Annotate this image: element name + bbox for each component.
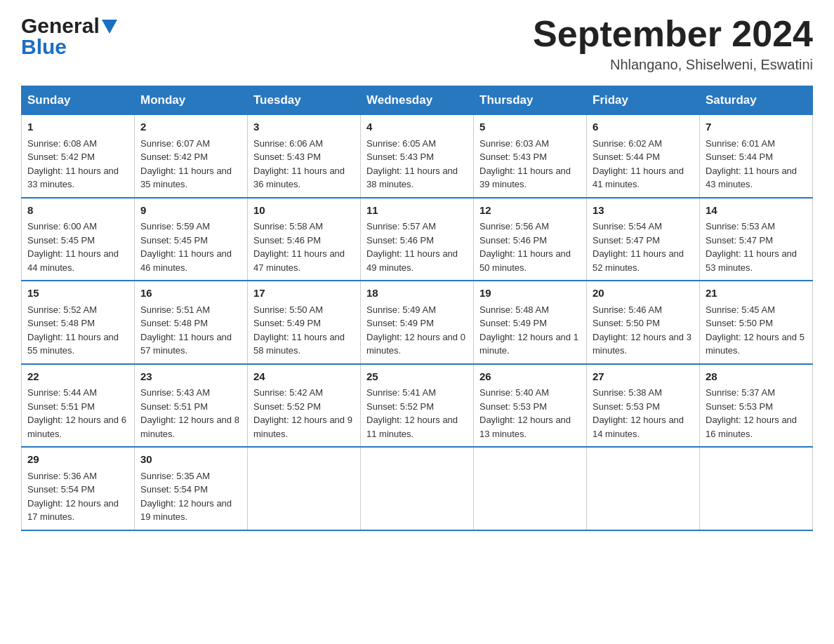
sunset-info: Sunset: 5:45 PM xyxy=(140,235,208,246)
table-row: 12Sunrise: 5:56 AMSunset: 5:46 PMDayligh… xyxy=(474,198,587,281)
sunset-info: Sunset: 5:53 PM xyxy=(593,401,660,412)
daylight-info: Daylight: 11 hours and 43 minutes. xyxy=(706,166,797,190)
table-row: 21Sunrise: 5:45 AMSunset: 5:50 PMDayligh… xyxy=(700,281,813,364)
day-number: 2 xyxy=(140,119,241,135)
table-row: 15Sunrise: 5:52 AMSunset: 5:48 PMDayligh… xyxy=(22,281,135,364)
sunset-info: Sunset: 5:49 PM xyxy=(479,318,547,328)
table-row xyxy=(587,447,700,530)
table-row: 24Sunrise: 5:42 AMSunset: 5:52 PMDayligh… xyxy=(248,364,361,448)
sunset-info: Sunset: 5:42 PM xyxy=(27,152,95,162)
col-saturday: Saturday xyxy=(700,86,813,115)
month-year-title: September 2024 xyxy=(533,14,813,54)
daylight-info: Daylight: 12 hours and 13 minutes. xyxy=(479,415,571,439)
daylight-info: Daylight: 11 hours and 35 minutes. xyxy=(140,166,232,190)
sunrise-info: Sunrise: 5:48 AM xyxy=(479,304,549,315)
day-number: 11 xyxy=(366,203,468,219)
daylight-info: Daylight: 11 hours and 47 minutes. xyxy=(253,248,345,273)
sunrise-info: Sunrise: 6:03 AM xyxy=(479,138,549,149)
sunrise-info: Sunrise: 5:52 AM xyxy=(27,304,97,315)
table-row: 6Sunrise: 6:02 AMSunset: 5:44 PMDaylight… xyxy=(587,115,700,198)
logo-general-text: General xyxy=(21,14,100,38)
daylight-info: Daylight: 11 hours and 50 minutes. xyxy=(479,248,571,273)
table-row: 26Sunrise: 5:40 AMSunset: 5:53 PMDayligh… xyxy=(474,364,587,448)
sunrise-info: Sunrise: 5:35 AM xyxy=(140,471,210,481)
table-row: 11Sunrise: 5:57 AMSunset: 5:46 PMDayligh… xyxy=(361,198,474,281)
sunset-info: Sunset: 5:43 PM xyxy=(253,152,321,162)
calendar-week-row: 15Sunrise: 5:52 AMSunset: 5:48 PMDayligh… xyxy=(22,281,813,364)
day-number: 9 xyxy=(140,203,241,219)
sunrise-info: Sunrise: 6:06 AM xyxy=(253,138,323,149)
sunrise-info: Sunrise: 5:58 AM xyxy=(253,221,323,232)
table-row: 28Sunrise: 5:37 AMSunset: 5:53 PMDayligh… xyxy=(700,364,813,448)
logo-blue-text: Blue xyxy=(21,35,67,59)
calendar-week-row: 29Sunrise: 5:36 AMSunset: 5:54 PMDayligh… xyxy=(22,447,813,530)
day-number: 17 xyxy=(253,286,355,302)
sunset-info: Sunset: 5:49 PM xyxy=(253,318,321,328)
sunrise-info: Sunrise: 5:36 AM xyxy=(27,471,97,481)
sunset-info: Sunset: 5:52 PM xyxy=(253,401,321,412)
table-row: 5Sunrise: 6:03 AMSunset: 5:43 PMDaylight… xyxy=(474,115,587,198)
table-row: 10Sunrise: 5:58 AMSunset: 5:46 PMDayligh… xyxy=(248,198,361,281)
daylight-info: Daylight: 11 hours and 53 minutes. xyxy=(706,248,797,273)
daylight-info: Daylight: 12 hours and 11 minutes. xyxy=(366,415,458,439)
table-row: 2Sunrise: 6:07 AMSunset: 5:42 PMDaylight… xyxy=(135,115,248,198)
day-number: 10 xyxy=(253,203,355,219)
day-number: 24 xyxy=(253,369,355,385)
sunset-info: Sunset: 5:48 PM xyxy=(140,318,208,328)
day-number: 29 xyxy=(27,452,128,468)
title-block: September 2024 Nhlangano, Shiselweni, Es… xyxy=(533,14,813,73)
sunrise-info: Sunrise: 5:45 AM xyxy=(706,304,775,315)
table-row: 3Sunrise: 6:06 AMSunset: 5:43 PMDaylight… xyxy=(248,115,361,198)
table-row: 30Sunrise: 5:35 AMSunset: 5:54 PMDayligh… xyxy=(135,447,248,530)
sunset-info: Sunset: 5:43 PM xyxy=(366,152,434,162)
sunrise-info: Sunrise: 6:05 AM xyxy=(366,138,436,149)
day-number: 22 xyxy=(27,369,128,385)
col-friday: Friday xyxy=(587,86,700,115)
day-number: 25 xyxy=(366,369,468,385)
calendar-week-row: 1Sunrise: 6:08 AMSunset: 5:42 PMDaylight… xyxy=(22,115,813,198)
sunset-info: Sunset: 5:50 PM xyxy=(593,318,660,328)
sunset-info: Sunset: 5:51 PM xyxy=(27,401,95,412)
sunrise-info: Sunrise: 5:40 AM xyxy=(479,387,549,398)
col-sunday: Sunday xyxy=(22,86,135,115)
daylight-info: Daylight: 11 hours and 38 minutes. xyxy=(366,166,458,190)
daylight-info: Daylight: 12 hours and 16 minutes. xyxy=(706,415,797,439)
page-header: General Blue September 2024 Nhlangano, S… xyxy=(21,14,813,73)
calendar-week-row: 8Sunrise: 6:00 AMSunset: 5:45 PMDaylight… xyxy=(22,198,813,281)
day-number: 18 xyxy=(366,286,468,302)
sunrise-info: Sunrise: 6:01 AM xyxy=(706,138,775,149)
day-number: 7 xyxy=(706,119,807,135)
daylight-info: Daylight: 12 hours and 17 minutes. xyxy=(27,498,119,523)
daylight-info: Daylight: 11 hours and 41 minutes. xyxy=(593,166,684,190)
sunrise-info: Sunrise: 6:07 AM xyxy=(140,138,210,149)
daylight-info: Daylight: 12 hours and 19 minutes. xyxy=(140,498,232,523)
table-row: 1Sunrise: 6:08 AMSunset: 5:42 PMDaylight… xyxy=(22,115,135,198)
day-number: 13 xyxy=(593,203,694,219)
daylight-info: Daylight: 11 hours and 44 minutes. xyxy=(27,248,119,273)
daylight-info: Daylight: 12 hours and 14 minutes. xyxy=(593,415,684,439)
daylight-info: Daylight: 11 hours and 58 minutes. xyxy=(253,332,345,356)
table-row: 29Sunrise: 5:36 AMSunset: 5:54 PMDayligh… xyxy=(22,447,135,530)
sunrise-info: Sunrise: 5:49 AM xyxy=(366,304,436,315)
sunset-info: Sunset: 5:54 PM xyxy=(140,484,208,495)
sunrise-info: Sunrise: 5:46 AM xyxy=(593,304,662,315)
table-row xyxy=(700,447,813,530)
daylight-info: Daylight: 11 hours and 39 minutes. xyxy=(479,166,571,190)
day-number: 3 xyxy=(253,119,355,135)
col-tuesday: Tuesday xyxy=(248,86,361,115)
sunrise-info: Sunrise: 6:08 AM xyxy=(27,138,97,149)
daylight-info: Daylight: 11 hours and 46 minutes. xyxy=(140,248,232,273)
sunset-info: Sunset: 5:54 PM xyxy=(27,484,95,495)
day-number: 26 xyxy=(479,369,581,385)
sunrise-info: Sunrise: 5:50 AM xyxy=(253,304,323,315)
daylight-info: Daylight: 12 hours and 0 minutes. xyxy=(366,332,465,356)
logo: General Blue xyxy=(21,14,117,59)
table-row xyxy=(474,447,587,530)
day-number: 30 xyxy=(140,452,241,468)
day-number: 6 xyxy=(593,119,694,135)
sunset-info: Sunset: 5:53 PM xyxy=(479,401,547,412)
day-number: 14 xyxy=(706,203,807,219)
table-row xyxy=(361,447,474,530)
sunrise-info: Sunrise: 5:43 AM xyxy=(140,387,210,398)
sunset-info: Sunset: 5:46 PM xyxy=(479,235,547,246)
